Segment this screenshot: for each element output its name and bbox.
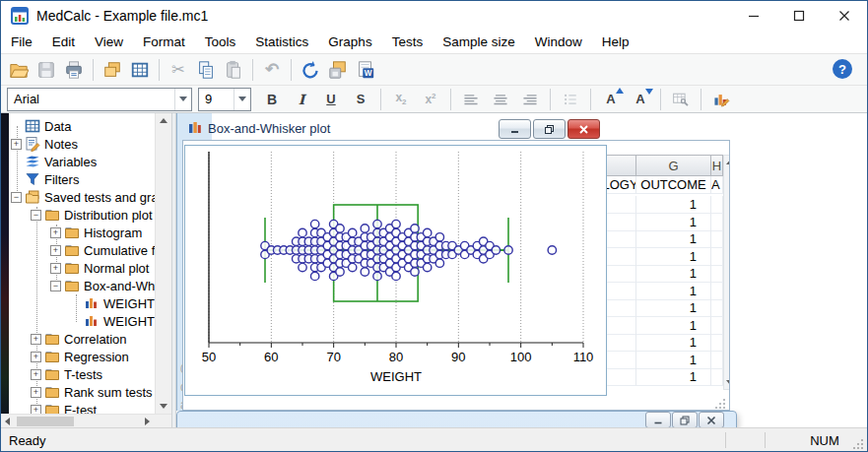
sidebar-item-weight[interactable]: WEIGHT bbox=[9, 294, 155, 312]
data-cell[interactable]: 1 bbox=[636, 352, 711, 369]
sidebar-item-t-tests[interactable]: +T-tests bbox=[9, 365, 102, 383]
paste-icon[interactable] bbox=[221, 57, 246, 83]
save-icon[interactable] bbox=[33, 57, 59, 83]
sidebar-item-notes[interactable]: +Notes bbox=[9, 135, 78, 153]
subscript-icon[interactable]: x2 bbox=[387, 89, 415, 110]
expand-icon[interactable]: + bbox=[11, 139, 22, 150]
sidebar-item-weight[interactable]: WEIGHT bbox=[9, 312, 155, 330]
tree-horizontal-scrollbar[interactable] bbox=[1, 414, 171, 428]
align-right-icon[interactable] bbox=[516, 89, 544, 110]
data-cell[interactable]: 1 bbox=[636, 214, 711, 231]
minimize-icon[interactable] bbox=[499, 119, 531, 139]
menu-sample-size[interactable]: Sample size bbox=[433, 34, 525, 49]
save-all-icon[interactable] bbox=[325, 57, 351, 83]
expand-icon[interactable]: + bbox=[31, 334, 41, 345]
data-cell[interactable]: 1 bbox=[636, 368, 711, 386]
data-cell[interactable]: 1 bbox=[636, 317, 711, 335]
data-cell[interactable]: 1 bbox=[636, 334, 711, 352]
export-word-icon[interactable]: W bbox=[353, 57, 378, 83]
open-icon[interactable] bbox=[6, 57, 32, 83]
sidebar-item-variables[interactable]: Variables bbox=[9, 153, 97, 170]
close-icon[interactable] bbox=[822, 1, 867, 31]
minimize-icon[interactable] bbox=[645, 412, 671, 427]
collapse-icon[interactable]: − bbox=[50, 281, 61, 291]
column-header-H[interactable]: H bbox=[711, 155, 723, 176]
sidebar-item-box-and-whi[interactable]: −Box-and-Whi bbox=[9, 277, 158, 294]
expand-icon[interactable]: + bbox=[50, 245, 61, 256]
maximize-icon[interactable] bbox=[776, 1, 822, 31]
bold-icon[interactable]: B bbox=[258, 89, 286, 110]
data-cell[interactable] bbox=[711, 196, 723, 214]
data-cell[interactable] bbox=[711, 368, 723, 386]
expand-icon[interactable]: + bbox=[31, 369, 41, 380]
list-icon[interactable] bbox=[557, 89, 584, 110]
expand-icon[interactable]: + bbox=[31, 405, 41, 415]
help-icon[interactable]: ? bbox=[832, 58, 855, 82]
collapse-icon[interactable]: − bbox=[31, 210, 41, 221]
expand-icon[interactable]: + bbox=[50, 263, 61, 274]
data-cell[interactable] bbox=[711, 248, 723, 266]
font-name-combobox[interactable]: Arial bbox=[7, 88, 192, 111]
chart-edit-icon[interactable] bbox=[707, 89, 735, 110]
superscript-icon[interactable]: x2 bbox=[417, 89, 444, 110]
undo-icon[interactable]: ↶ bbox=[259, 57, 285, 83]
chevron-down-icon[interactable] bbox=[234, 89, 250, 110]
data-cell[interactable]: 1 bbox=[636, 248, 711, 266]
menu-edit[interactable]: Edit bbox=[42, 34, 85, 49]
menu-file[interactable]: File bbox=[1, 34, 42, 49]
sidebar-item-rank-sum-tests[interactable]: +Rank sum tests bbox=[9, 383, 153, 401]
data-cell[interactable] bbox=[711, 334, 723, 352]
sidebar-item-data[interactable]: Data bbox=[9, 117, 71, 135]
cut-icon[interactable]: ✂ bbox=[166, 57, 191, 83]
sidebar-item-saved-tests-and-grap[interactable]: −Saved tests and grap bbox=[9, 188, 166, 206]
sidebar-item-regression[interactable]: +Regression bbox=[9, 348, 129, 365]
font-down-icon[interactable]: A bbox=[627, 89, 654, 110]
table-options-icon[interactable] bbox=[667, 89, 695, 110]
menu-help[interactable]: Help bbox=[592, 34, 639, 49]
chevron-down-icon[interactable] bbox=[174, 89, 191, 110]
restore-icon[interactable] bbox=[672, 412, 698, 427]
strikethrough-icon[interactable]: S bbox=[347, 89, 374, 110]
collapse-icon[interactable]: − bbox=[11, 192, 22, 203]
scrollbar-thumb[interactable] bbox=[17, 417, 74, 426]
close-icon[interactable] bbox=[568, 119, 600, 139]
data-cell[interactable]: 1 bbox=[636, 196, 711, 214]
sidebar-item-cumulative-fr[interactable]: +Cumulative fr bbox=[9, 241, 160, 259]
sheet-vertical-scrollbar[interactable] bbox=[723, 155, 730, 390]
sidebar-item-filters[interactable]: Filters bbox=[9, 170, 79, 188]
copy-window-icon[interactable] bbox=[100, 57, 125, 83]
copy-icon[interactable] bbox=[193, 57, 219, 83]
data-cell[interactable] bbox=[711, 299, 723, 317]
sidebar-item-correlation[interactable]: +Correlation bbox=[9, 330, 127, 348]
sidebar-item-normal-plot[interactable]: +Normal plot bbox=[9, 259, 149, 277]
boxplot-chart[interactable]: 5060708090100110WEIGHT bbox=[184, 145, 607, 396]
tree-vertical-scrollbar[interactable] bbox=[155, 113, 172, 414]
table-icon[interactable] bbox=[127, 57, 153, 83]
data-cell[interactable] bbox=[711, 283, 723, 300]
menu-tests[interactable]: Tests bbox=[382, 34, 434, 49]
field-name-cell[interactable]: A bbox=[711, 176, 723, 194]
expand-icon[interactable]: + bbox=[31, 352, 41, 362]
expand-icon[interactable]: + bbox=[31, 387, 41, 398]
field-name-cell[interactable]: OUTCOME bbox=[636, 176, 711, 194]
menu-window[interactable]: Window bbox=[525, 34, 592, 49]
menu-graphs[interactable]: Graphs bbox=[318, 34, 381, 49]
minimize-icon[interactable] bbox=[731, 1, 776, 31]
data-cell[interactable]: 1 bbox=[636, 265, 711, 283]
column-header-G[interactable]: G bbox=[636, 155, 711, 176]
resize-grip[interactable] bbox=[715, 399, 727, 411]
data-cell[interactable] bbox=[711, 214, 723, 231]
sidebar-item-f-test[interactable]: +F-test bbox=[9, 401, 97, 414]
font-up-icon[interactable]: A bbox=[597, 89, 625, 110]
italic-icon[interactable]: I bbox=[288, 89, 315, 110]
menu-statistics[interactable]: Statistics bbox=[245, 34, 318, 49]
align-left-icon[interactable] bbox=[457, 89, 485, 110]
align-center-icon[interactable] bbox=[487, 89, 514, 110]
menu-tools[interactable]: Tools bbox=[195, 34, 246, 49]
expand-icon[interactable]: + bbox=[50, 227, 61, 238]
data-cell[interactable] bbox=[711, 230, 723, 248]
data-cell[interactable]: 1 bbox=[636, 230, 711, 248]
menu-view[interactable]: View bbox=[85, 34, 133, 49]
data-cell[interactable] bbox=[711, 317, 723, 335]
font-size-combobox[interactable]: 9 bbox=[198, 88, 251, 111]
